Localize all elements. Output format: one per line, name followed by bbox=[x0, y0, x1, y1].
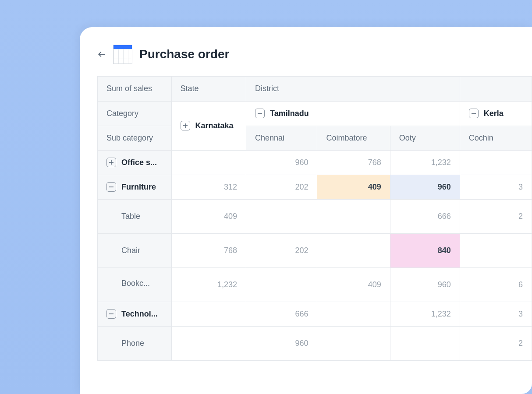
col-group-label: Tamilnadu bbox=[270, 109, 309, 118]
cell[interactable]: 409 bbox=[317, 175, 390, 199]
col-group-karnataka[interactable]: Karnataka bbox=[171, 101, 246, 150]
app-header: Purchase order bbox=[80, 27, 532, 76]
table-row: Chair 768 202 840 bbox=[98, 233, 532, 267]
table-row: Office s... 960 768 1,232 bbox=[98, 150, 532, 175]
category-label: Technol... bbox=[121, 310, 158, 319]
cell[interactable] bbox=[171, 326, 246, 360]
back-arrow-icon[interactable] bbox=[97, 50, 106, 59]
cell[interactable]: 409 bbox=[317, 267, 390, 302]
cell[interactable]: 840 bbox=[390, 233, 460, 267]
cell[interactable] bbox=[171, 302, 246, 326]
table-row: Bookc... 1,232 409 960 6 bbox=[98, 267, 532, 302]
cell[interactable]: 960 bbox=[390, 175, 460, 199]
measure-label: Sum of sales bbox=[98, 77, 171, 101]
cell[interactable] bbox=[246, 267, 317, 302]
collapse-icon[interactable] bbox=[106, 182, 116, 192]
cell[interactable]: 409 bbox=[171, 199, 246, 233]
subcategory-table[interactable]: Table bbox=[98, 199, 171, 233]
col-axis-spacer bbox=[460, 77, 532, 101]
app-window: Purchase order Sum of sales State Distri… bbox=[80, 27, 532, 394]
cell[interactable]: 666 bbox=[390, 199, 460, 233]
cell[interactable] bbox=[317, 199, 390, 233]
cell[interactable]: 2 bbox=[460, 326, 532, 360]
cell[interactable]: 312 bbox=[171, 175, 246, 199]
col-group-label: Karnataka bbox=[195, 121, 234, 130]
collapse-icon[interactable] bbox=[255, 109, 265, 118]
cell[interactable] bbox=[317, 326, 390, 360]
subcategory-phone[interactable]: Phone bbox=[98, 326, 171, 360]
district-coimbatore[interactable]: Coimbatore bbox=[317, 126, 390, 150]
category-label: Office s... bbox=[121, 158, 157, 167]
subcategory-bookcase[interactable]: Bookc... bbox=[98, 267, 171, 302]
category-label: Furniture bbox=[121, 183, 156, 192]
cell[interactable] bbox=[460, 233, 532, 267]
row-axis-category: Category bbox=[98, 101, 171, 126]
cell[interactable]: 960 bbox=[246, 150, 317, 175]
pivot-table-icon bbox=[113, 45, 132, 64]
cell[interactable]: 768 bbox=[171, 233, 246, 267]
cell[interactable]: 202 bbox=[246, 233, 317, 267]
col-group-kerla[interactable]: Kerla bbox=[460, 101, 532, 126]
cell[interactable] bbox=[317, 233, 390, 267]
cell[interactable] bbox=[246, 199, 317, 233]
col-axis-district: District bbox=[246, 77, 460, 101]
cell[interactable]: 2 bbox=[460, 199, 532, 233]
col-group-label: Kerla bbox=[484, 109, 504, 118]
expand-icon[interactable] bbox=[106, 158, 116, 167]
district-ooty[interactable]: Ooty bbox=[390, 126, 460, 150]
cell[interactable] bbox=[460, 150, 532, 175]
category-office[interactable]: Office s... bbox=[98, 150, 171, 175]
cell[interactable]: 202 bbox=[246, 175, 317, 199]
table-row: Table 409 666 2 bbox=[98, 199, 532, 233]
col-group-tamilnadu[interactable]: Tamilnadu bbox=[246, 101, 460, 126]
district-chennai[interactable]: Chennai bbox=[246, 126, 317, 150]
cell[interactable]: 1,232 bbox=[390, 150, 460, 175]
subcategory-chair[interactable]: Chair bbox=[98, 233, 171, 267]
collapse-icon[interactable] bbox=[469, 109, 479, 118]
cell[interactable]: 3 bbox=[460, 175, 532, 199]
cell[interactable] bbox=[171, 150, 246, 175]
cell[interactable]: 768 bbox=[317, 150, 390, 175]
expand-icon[interactable] bbox=[181, 121, 190, 130]
category-furniture[interactable]: Furniture bbox=[98, 175, 171, 199]
cell[interactable]: 666 bbox=[246, 302, 317, 326]
table-row: Furniture 312 202 409 960 3 bbox=[98, 175, 532, 199]
col-axis-state: State bbox=[171, 77, 246, 101]
row-axis-subcategory: Sub category bbox=[98, 126, 171, 150]
district-cochin[interactable]: Cochin bbox=[460, 126, 532, 150]
cell[interactable] bbox=[390, 326, 460, 360]
cell[interactable]: 6 bbox=[460, 267, 532, 302]
cell[interactable]: 960 bbox=[246, 326, 317, 360]
category-technology[interactable]: Technol... bbox=[98, 302, 171, 326]
cell[interactable] bbox=[317, 302, 390, 326]
page-title: Purchase order bbox=[139, 47, 229, 61]
cell[interactable]: 960 bbox=[390, 267, 460, 302]
table-row: Technol... 666 1,232 3 bbox=[98, 302, 532, 326]
collapse-icon[interactable] bbox=[106, 309, 116, 319]
pivot-table: Sum of sales State District Category Kar… bbox=[97, 76, 532, 361]
cell[interactable]: 1,232 bbox=[171, 267, 246, 302]
table-row: Phone 960 2 bbox=[98, 326, 532, 360]
cell[interactable]: 1,232 bbox=[390, 302, 460, 326]
cell[interactable]: 3 bbox=[460, 302, 532, 326]
